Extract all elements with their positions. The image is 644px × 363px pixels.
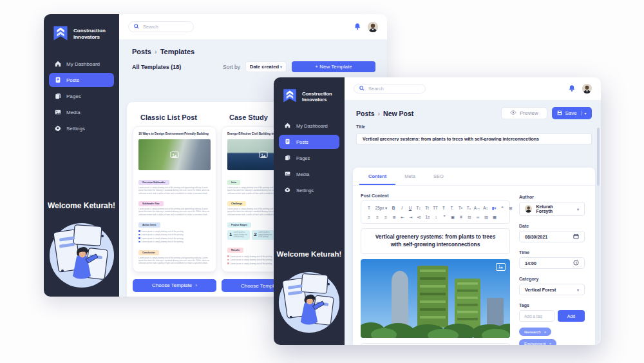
sidebar-item-dashboard[interactable]: My Dashboard bbox=[279, 119, 339, 133]
strikethrough-icon[interactable]: Ŧ bbox=[440, 206, 448, 210]
tab-meta[interactable]: Meta bbox=[395, 168, 424, 185]
breadcrumb-separator: › bbox=[378, 110, 381, 117]
choose-template-button[interactable]: Choose Template › bbox=[133, 279, 216, 292]
sidebar-item-pages[interactable]: Pages bbox=[279, 151, 339, 165]
title-input[interactable] bbox=[356, 133, 592, 144]
user-avatar[interactable] bbox=[582, 84, 592, 93]
template-preview-card[interactable]: 16 Ways to Design Environment-Friendly B… bbox=[133, 126, 216, 272]
superscript-icon[interactable]: T² bbox=[457, 206, 464, 210]
small-caps-icon[interactable]: Tt bbox=[423, 206, 431, 210]
insert-table-icon[interactable]: ⊞ bbox=[507, 206, 515, 210]
numbered-list-icon[interactable]: 1≡ bbox=[424, 215, 431, 219]
sidebar-item-media[interactable]: Media bbox=[279, 167, 339, 181]
user-avatar[interactable] bbox=[368, 22, 378, 32]
search-placeholder: Search bbox=[143, 24, 158, 30]
new-template-button[interactable]: + New Template bbox=[292, 61, 375, 72]
italic-icon[interactable]: I bbox=[398, 206, 406, 210]
insert-image-icon[interactable]: ⊡ bbox=[466, 215, 473, 219]
sort-dropdown[interactable]: Date created ▾ bbox=[245, 61, 287, 72]
uppercase-icon[interactable]: TT bbox=[431, 206, 439, 210]
search-input[interactable]: Search bbox=[354, 84, 426, 93]
grid-view-icon[interactable]: ▦ bbox=[491, 215, 498, 219]
templates-topbar: Search bbox=[119, 14, 387, 40]
line-spacing-icon[interactable]: ↕ bbox=[432, 215, 440, 219]
insert-frame-icon[interactable]: ▣ bbox=[449, 215, 457, 219]
quote-icon[interactable]: “ bbox=[498, 206, 506, 210]
editor-tabs: Content Meta SEO bbox=[353, 168, 595, 186]
category-select[interactable]: Vertical Forest ▾ bbox=[519, 284, 585, 295]
bullet-icon bbox=[227, 255, 229, 257]
align-left-icon[interactable]: ≡ bbox=[365, 215, 373, 219]
post-paragraph-block[interactable]: The integration of buildings into vegeta… bbox=[361, 343, 510, 345]
sidebar-item-settings[interactable]: Settings bbox=[279, 183, 339, 197]
notifications-bell-icon[interactable] bbox=[568, 83, 576, 95]
text-height-icon[interactable]: T↕ bbox=[415, 206, 422, 210]
sidebar-item-posts[interactable]: Posts bbox=[49, 73, 114, 87]
search-placeholder: Search bbox=[368, 86, 384, 92]
bold-icon[interactable]: B bbox=[390, 206, 397, 210]
sidebar-item-dashboard[interactable]: My Dashboard bbox=[49, 57, 114, 71]
underline-icon[interactable]: U bbox=[406, 206, 414, 210]
remove-tag-icon[interactable]: × bbox=[549, 342, 552, 346]
placeholder-text: Lorem ipsum is simply dummy text of the … bbox=[138, 208, 211, 215]
blockquote-icon[interactable]: ” bbox=[440, 215, 448, 219]
tab-content[interactable]: Content bbox=[359, 168, 395, 185]
align-justify-icon[interactable]: ≣ bbox=[390, 215, 398, 219]
tag-input[interactable] bbox=[519, 310, 554, 322]
outdent-icon[interactable]: ⇤ bbox=[399, 215, 406, 219]
text-style-icon[interactable]: T bbox=[365, 206, 373, 210]
save-dropdown-chevron-icon[interactable]: ▾ bbox=[581, 111, 587, 115]
sidebar-item-posts[interactable]: Posts bbox=[279, 135, 339, 149]
post-image-block[interactable] bbox=[361, 259, 510, 338]
tag-pill[interactable]: Environment× bbox=[519, 339, 556, 345]
sidebar-item-label: Pages bbox=[66, 93, 81, 99]
breadcrumb-posts[interactable]: Posts bbox=[356, 110, 375, 117]
all-templates-count: All Templates (18) bbox=[132, 64, 181, 70]
tag-pills: Research× Environment× Science× Ecology×… bbox=[519, 328, 585, 345]
author-select[interactable]: Keturah Forsyth ▾ bbox=[519, 202, 585, 216]
bullet-icon bbox=[138, 237, 140, 239]
checklist-item: Lorem ipsum is simply dummy text of the … bbox=[138, 237, 211, 240]
letter-spacing-icon[interactable]: A↔ bbox=[473, 206, 481, 210]
scrollbar-thumb[interactable] bbox=[597, 128, 600, 186]
align-center-icon[interactable]: ≡ bbox=[374, 215, 381, 219]
save-icon bbox=[557, 110, 562, 117]
save-button[interactable]: Save ▾ bbox=[552, 107, 592, 119]
home-icon bbox=[285, 123, 291, 129]
time-label: Time bbox=[519, 250, 585, 255]
breadcrumb-posts[interactable]: Posts bbox=[132, 48, 151, 55]
text-color-icon[interactable]: ▮▾ bbox=[490, 206, 498, 210]
remove-tag-icon[interactable]: × bbox=[544, 330, 547, 334]
sidebar-item-label: My Dashboard bbox=[296, 123, 328, 129]
notifications-bell-icon[interactable] bbox=[354, 21, 361, 33]
search-input[interactable]: Search bbox=[128, 21, 194, 32]
time-input[interactable]: 14:00 bbox=[519, 257, 585, 269]
sidebar-item-media[interactable]: Media bbox=[49, 105, 114, 119]
two-columns-icon[interactable]: ▥ bbox=[482, 215, 490, 219]
sidebar-item-settings[interactable]: Settings bbox=[49, 121, 114, 135]
add-tag-button[interactable]: Add bbox=[558, 310, 585, 322]
time-value: 14:00 bbox=[525, 261, 536, 266]
section-badge: Action Items bbox=[138, 222, 160, 228]
date-input[interactable]: 08/30/2021 bbox=[519, 231, 585, 242]
tab-seo[interactable]: SEO bbox=[424, 168, 453, 185]
tag-pill[interactable]: Research× bbox=[519, 328, 551, 336]
indent-icon[interactable]: ⇥ bbox=[407, 215, 415, 219]
insert-link-icon[interactable]: ∞ bbox=[474, 215, 482, 219]
font-size-select[interactable]: 25px ▾ bbox=[374, 206, 389, 210]
template-column: Classic List Post 16 Ways to Design Envi… bbox=[133, 111, 216, 297]
title-case-icon[interactable]: T. bbox=[448, 206, 456, 210]
preview-photo bbox=[138, 139, 211, 170]
sidebar-item-pages[interactable]: Pages bbox=[49, 89, 114, 103]
post-heading-block[interactable]: Vertical greenery systems: from plants t… bbox=[361, 228, 510, 254]
breadcrumb-separator: › bbox=[155, 48, 157, 55]
insert-code-icon[interactable]: # bbox=[457, 215, 465, 219]
section-badge: Project Stages bbox=[227, 222, 251, 228]
preview-button[interactable]: Preview bbox=[501, 107, 547, 119]
line-height-icon[interactable]: A↕ bbox=[482, 206, 489, 210]
subscript-icon[interactable]: T₂ bbox=[465, 206, 473, 210]
scrollbar[interactable] bbox=[597, 128, 600, 341]
bullet-list-icon[interactable]: •≡ bbox=[415, 215, 423, 219]
sidebar-item-label: Posts bbox=[296, 139, 308, 145]
align-right-icon[interactable]: ≡ bbox=[382, 215, 390, 219]
